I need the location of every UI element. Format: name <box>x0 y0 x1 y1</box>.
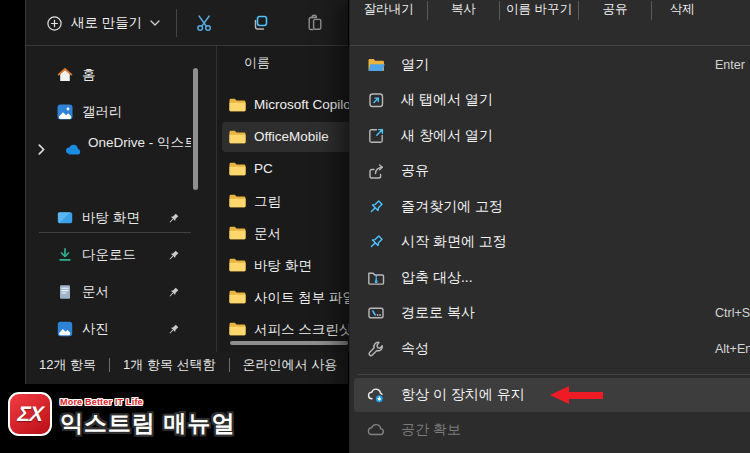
status-selected-count: 1개 항목 선택함 <box>123 356 215 374</box>
brand-logo-text: ΣX <box>17 402 44 426</box>
menu-item-label: 경로로 복사 <box>401 304 475 322</box>
sidebar-item-label: 문서 <box>82 283 109 301</box>
explorer-toolbar: 새로 만들기 <box>26 0 348 46</box>
status-bar: 12개 항목 1개 항목 선택함 온라인에서 사용 <box>26 352 348 378</box>
cloud-icon <box>366 420 386 440</box>
menu-item-open[interactable]: 열기 Enter <box>350 47 750 83</box>
zip-folder-icon <box>366 268 386 288</box>
open-new-window-icon <box>366 126 386 146</box>
file-name: 문서 <box>254 225 281 243</box>
brand-text-block: More Better IT Life 익스트림 매뉴얼 <box>60 392 235 439</box>
menu-item-open-new-tab[interactable]: 새 탭에서 열기 <box>350 83 750 119</box>
file-row[interactable]: PC <box>217 153 349 185</box>
menu-item-shortcut: Enter <box>715 58 745 72</box>
file-row-selected[interactable]: OfficeMobile <box>217 121 349 153</box>
column-header-name[interactable]: 이름 <box>244 54 270 72</box>
status-divider <box>109 358 110 372</box>
toolbar-divider <box>176 9 177 37</box>
cloud-download-icon <box>366 385 386 405</box>
file-name: 사이트 첨부 파일 <box>254 289 349 307</box>
folder-icon <box>228 288 247 305</box>
file-name: PC <box>254 161 273 176</box>
folder-icon <box>228 128 247 145</box>
menu-item-label: 열기 <box>401 56 429 74</box>
home-icon <box>56 66 74 84</box>
sidebar-item-downloads[interactable]: 다운로드 <box>26 240 216 270</box>
command-cut[interactable]: 잘라내기 <box>350 0 427 18</box>
command-rename[interactable]: 이름 바꾸기 <box>500 0 578 18</box>
command-delete[interactable]: 삭제 <box>652 0 712 18</box>
folder-icon <box>228 192 247 209</box>
menu-item-label: 새 창에서 열기 <box>401 127 493 145</box>
folder-icon <box>228 96 247 113</box>
command-bar: 잘라내기 복사 이름 바꾸기 공유 삭제 <box>350 0 750 46</box>
menu-item-shortcut: Ctrl+Shift+C <box>715 306 750 320</box>
sidebar-item-home[interactable]: 홈 <box>26 60 216 90</box>
file-row[interactable]: Microsoft Copilot <box>217 89 349 121</box>
brand-name: 익스트림 매뉴얼 <box>60 408 235 439</box>
menu-item-label: 시작 화면에 고정 <box>401 233 507 251</box>
navigation-pane: 홈 갤러리 OneDrive - 익스트림 <box>26 46 216 352</box>
paste-icon[interactable] <box>305 13 325 33</box>
menu-item-properties[interactable]: 속성 Alt+Enter <box>350 331 750 367</box>
menu-item-pin-start[interactable]: 시작 화면에 고정 <box>350 225 750 261</box>
menu-item-label: 새 탭에서 열기 <box>401 91 493 109</box>
pin-icon <box>166 248 181 263</box>
brand-tagline: More Better IT Life <box>60 397 235 407</box>
file-name: 그림 <box>254 193 281 211</box>
menu-item-label: 속성 <box>401 340 429 358</box>
copy-path-icon <box>366 303 386 323</box>
command-share[interactable]: 공유 <box>579 0 651 18</box>
sidebar-item-desktop[interactable]: 바탕 화면 <box>26 203 216 233</box>
menu-item-copy-path[interactable]: 경로로 복사 Ctrl+Shift+C <box>350 296 750 332</box>
file-list-panel: 이름 Microsoft Copilot OfficeMobile PC 그림 … <box>216 46 349 352</box>
pin-icon <box>166 322 181 337</box>
sidebar-item-onedrive[interactable]: OneDrive - 익스트림 <box>26 134 216 164</box>
folder-icon <box>228 256 247 273</box>
menu-item-label: 압축 대상... <box>401 269 473 287</box>
menu-item-compress[interactable]: 압축 대상... <box>350 260 750 296</box>
desktop-icon <box>56 209 74 227</box>
sidebar-scrollbar[interactable] <box>193 68 198 190</box>
file-name: 바탕 화면 <box>254 257 312 275</box>
menu-item-share[interactable]: 공유 <box>350 154 750 190</box>
command-copy[interactable]: 복사 <box>428 0 499 18</box>
menu-item-shortcut: Alt+Enter <box>715 342 750 356</box>
menu-item-free-up-space: 공간 확보 <box>354 413 750 448</box>
folder-icon <box>228 224 247 241</box>
menu-item-open-new-window[interactable]: 새 창에서 열기 <box>350 118 750 154</box>
copy-icon[interactable] <box>250 13 270 33</box>
menu-item-label: 항상 이 장치에 유지 <box>401 386 525 404</box>
file-name: 서피스 스크린샷 <box>254 321 349 339</box>
documents-icon <box>56 283 74 301</box>
share-icon <box>366 161 386 181</box>
sidebar-item-label: 사진 <box>82 320 109 338</box>
status-divider <box>229 358 230 372</box>
menu-item-label: 공유 <box>401 162 429 180</box>
file-explorer-window: 새로 만들기 홈 <box>25 0 348 384</box>
new-button[interactable]: 새로 만들기 <box>38 8 168 38</box>
pin-icon <box>166 285 181 300</box>
file-row[interactable]: 바탕 화면 <box>217 249 349 281</box>
file-row[interactable]: 그림 <box>217 185 349 217</box>
arrow-shaft <box>567 392 603 399</box>
new-button-label: 새로 만들기 <box>71 14 142 32</box>
folder-icon <box>228 160 247 177</box>
pin-icon <box>166 211 181 226</box>
cut-icon[interactable] <box>195 13 215 33</box>
sidebar-item-documents[interactable]: 문서 <box>26 277 216 307</box>
horizontal-scrollbar[interactable] <box>230 341 348 345</box>
open-new-tab-icon <box>366 90 386 110</box>
menu-item-pin-favorites[interactable]: 즐겨찾기에 고정 <box>350 189 750 225</box>
file-row[interactable]: 문서 <box>217 217 349 249</box>
folder-icon <box>228 320 247 337</box>
sidebar-item-label: 바탕 화면 <box>82 209 140 227</box>
downloads-icon <box>56 246 74 264</box>
sidebar-item-pictures[interactable]: 사진 <box>26 314 216 344</box>
plus-circle-icon <box>46 15 63 32</box>
status-item-count: 12개 항목 <box>39 356 96 374</box>
sidebar-item-gallery[interactable]: 갤러리 <box>26 97 216 127</box>
menu-separator <box>358 374 750 375</box>
pictures-icon <box>56 320 74 338</box>
file-row[interactable]: 사이트 첨부 파일 <box>217 281 349 313</box>
